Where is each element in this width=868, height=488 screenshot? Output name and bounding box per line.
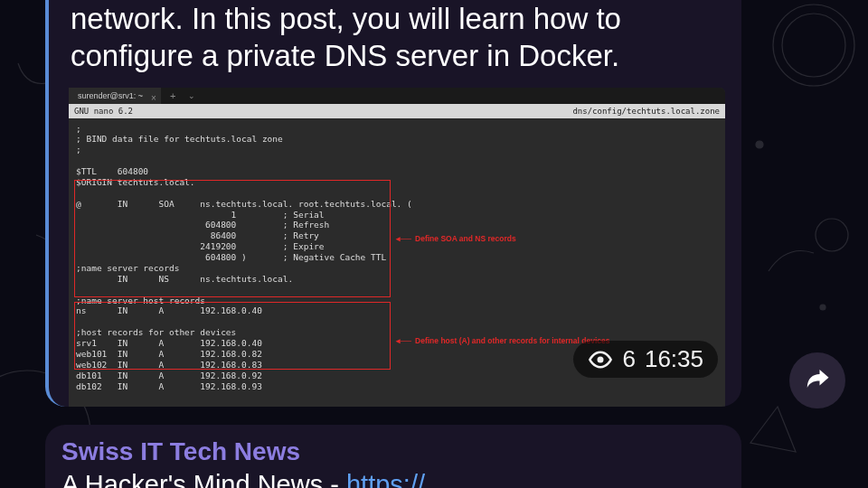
svg-point-5 — [820, 305, 826, 310]
terminal-tab-title: surender@srv1: ~ — [78, 91, 143, 100]
message-text: network. In this post, you will learn ho… — [63, 0, 727, 88]
terminal-tab-bar: surender@srv1: ~ × + ⌄ — [69, 88, 725, 104]
share-arrow-icon — [804, 365, 831, 396]
next-message-text: A Hacker's Mind News - https:// — [61, 470, 725, 488]
terminal-tab[interactable]: surender@srv1: ~ × — [69, 88, 161, 104]
next-message-bubble[interactable]: Swiss IT Tech News A Hacker's Mind News … — [45, 425, 741, 488]
forwarded-source[interactable]: Swiss IT Tech News — [61, 437, 725, 466]
svg-point-3 — [816, 219, 848, 251]
annotation-label-soa: ◂──Define SOA and NS records — [396, 234, 516, 244]
forward-button[interactable] — [789, 352, 845, 408]
nano-status-bar: GNU nano 6.2 dns/config/techtuts.local.z… — [69, 104, 725, 118]
views-icon — [588, 347, 613, 372]
message-bubble[interactable]: network. In this post, you will learn ho… — [45, 0, 741, 407]
svg-point-6 — [598, 356, 604, 362]
link[interactable]: https:// — [346, 470, 425, 488]
message-time: 16:35 — [645, 345, 703, 373]
editor-name: GNU nano 6.2 — [74, 107, 133, 116]
editor-file-path: dns/config/techtuts.local.zone — [572, 107, 720, 116]
view-count: 6 — [622, 345, 635, 373]
svg-point-0 — [782, 14, 845, 77]
svg-point-4 — [756, 141, 763, 148]
chevron-down-icon[interactable]: ⌄ — [184, 91, 199, 100]
new-tab-button[interactable]: + — [161, 90, 184, 101]
svg-point-1 — [773, 5, 854, 86]
annotation-label-hosts: ◂──Define host (A) and other records for… — [396, 336, 609, 346]
close-icon[interactable]: × — [151, 90, 156, 107]
message-meta: 6 16:35 — [573, 341, 718, 378]
